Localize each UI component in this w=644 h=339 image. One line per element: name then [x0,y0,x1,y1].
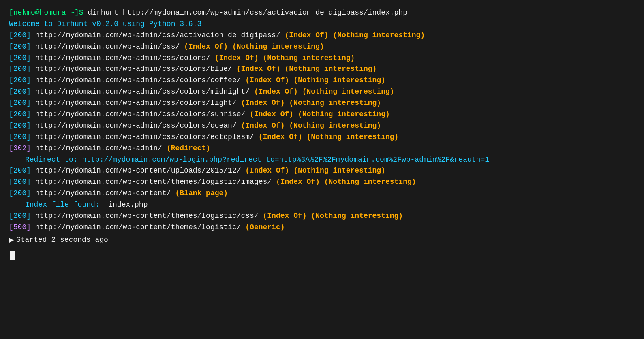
cursor-line [9,248,635,260]
result-line-12: [200] http://mydomain.com/wp-content/the… [9,177,635,188]
result-line-3: [200] http://mydomain.com/wp-admin/css/c… [9,53,635,64]
redirect-detail: Redirect to: http://mydomain.com/wp-logi… [9,154,635,166]
result-line-7: [200] http://mydomain.com/wp-admin/css/c… [9,98,635,109]
result-line-5: [200] http://mydomain.com/wp-admin/css/c… [9,75,635,86]
status-footer: ► Started 2 seconds ago [9,234,635,247]
terminal: [nekmo@homura ~]$ dirhunt http://mydomai… [9,7,635,260]
command-text: dirhunt http://mydomain.com/wp-admin/css… [83,9,407,17]
result-line-4: [200] http://mydomain.com/wp-admin/css/c… [9,64,635,75]
result-line-2: [200] http://mydomain.com/wp-admin/css/ … [9,41,635,53]
welcome-line: Welcome to Dirhunt v0.2.0 using Python 3… [9,19,635,30]
index-file-line: Index file found: index.php [9,199,635,211]
status-text: Started 2 seconds ago [16,235,108,246]
result-line-6: [200] http://mydomain.com/wp-admin/css/c… [9,86,635,98]
prompt-line: [nekmo@homura ~]$ dirhunt http://mydomai… [9,7,635,19]
result-line-10: [200] http://mydomain.com/wp-admin/css/c… [9,132,635,143]
result-line-500: [500] http://mydomain.com/wp-content/the… [9,222,635,233]
result-line-1: [200] http://mydomain.com/wp-admin/css/a… [9,30,635,41]
result-line-9: [200] http://mydomain.com/wp-admin/css/c… [9,120,635,132]
result-line-13: [200] http://mydomain.com/wp-content/the… [9,211,635,222]
cursor [10,251,15,260]
prompt-text: [nekmo@homura ~]$ [9,9,83,17]
arrow-icon: ► [9,234,14,247]
result-line-302: [302] http://mydomain.com/wp-admin/ (Red… [9,143,635,154]
result-line-11: [200] http://mydomain.com/wp-content/upl… [9,165,635,177]
result-line-blank: [200] http://mydomain.com/wp-content/ (B… [9,188,635,199]
result-line-8: [200] http://mydomain.com/wp-admin/css/c… [9,109,635,120]
